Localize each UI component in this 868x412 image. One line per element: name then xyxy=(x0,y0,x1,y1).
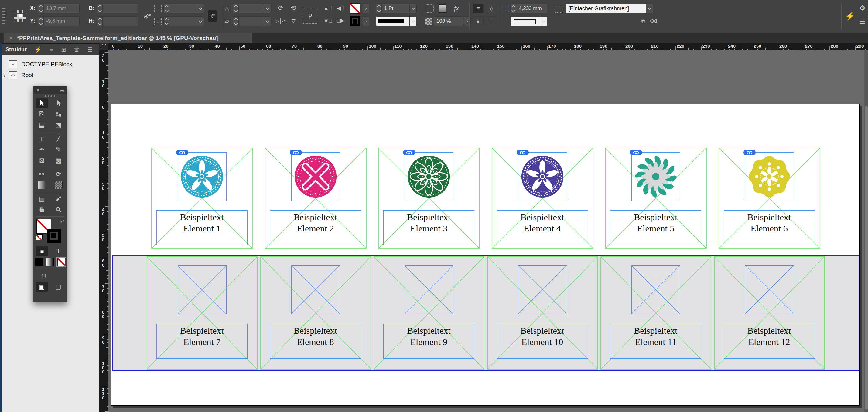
tools-collapse-icon[interactable]: «« xyxy=(60,88,64,93)
formatting-affects-container-button[interactable]: ▣ xyxy=(36,246,48,256)
flip-vertical-button[interactable]: ▽ xyxy=(288,16,298,26)
fill-color-swatch[interactable] xyxy=(350,16,360,26)
image-frame[interactable] xyxy=(745,152,794,201)
scissors-tool[interactable]: ✂ xyxy=(36,169,48,179)
shear-angle-field[interactable] xyxy=(232,16,271,26)
swap-fill-stroke-icon[interactable]: ⇄ xyxy=(60,218,64,224)
image-frame[interactable] xyxy=(518,152,567,201)
shear-dropdown[interactable] xyxy=(264,17,271,26)
pencil-tool[interactable]: ✎ xyxy=(53,145,65,154)
linked-content-badge[interactable] xyxy=(290,149,302,155)
pen-tool[interactable]: ✒ xyxy=(36,145,48,154)
reference-point-proxy[interactable] xyxy=(14,10,26,22)
tools-grip[interactable] xyxy=(33,94,67,98)
proxy-cell[interactable] xyxy=(14,18,18,22)
constrain-proportions-icon[interactable]: 🖇 xyxy=(142,10,153,23)
quick-apply-icon[interactable]: ⧉ xyxy=(639,18,647,25)
select-first-object-button[interactable]: ◀⌸ xyxy=(335,4,346,13)
stroke-weight-dropdown[interactable] xyxy=(409,4,416,13)
image-frame[interactable] xyxy=(405,152,454,201)
formatting-affects-text-button[interactable]: T xyxy=(53,246,65,256)
note-tool[interactable]: ▤ xyxy=(36,194,48,204)
rotate-ccw-button[interactable]: ⟲ xyxy=(288,4,298,13)
image-frame[interactable] xyxy=(291,152,340,201)
structure-menu-icon[interactable]: ☰ xyxy=(88,46,93,53)
content-collector-tool[interactable]: ⬓ xyxy=(36,120,48,130)
line-tool[interactable]: ╱ xyxy=(53,134,65,143)
gap-tool[interactable]: ↹ xyxy=(53,109,65,119)
text-frame[interactable]: BeispieltextElement 9 xyxy=(383,324,474,358)
select-last-object-button[interactable]: ⌸▶ xyxy=(335,16,346,26)
template-element-group[interactable]: BeispieltextElement 5 xyxy=(605,148,707,249)
image-frame[interactable] xyxy=(631,152,680,201)
effects-button[interactable]: fx xyxy=(451,4,462,13)
linked-content-badge[interactable] xyxy=(743,149,756,155)
corner-shape-arrow[interactable] xyxy=(540,17,547,26)
text-frame[interactable]: BeispieltextElement 8 xyxy=(270,324,361,358)
template-element-group[interactable]: BeispieltextElement 4 xyxy=(492,148,593,249)
flip-horizontal-button[interactable]: ▷│◁ xyxy=(276,16,285,26)
free-transform-tool[interactable]: ⟳ xyxy=(53,169,65,179)
height-field[interactable] xyxy=(97,16,138,26)
scale-y-dropdown[interactable] xyxy=(197,17,204,26)
proxy-cell[interactable] xyxy=(23,14,26,18)
text-frame[interactable]: BeispieltextElement 4 xyxy=(497,210,588,245)
tab-close-icon[interactable]: × xyxy=(9,35,13,42)
wrap-none-button[interactable]: ≣ xyxy=(472,4,484,13)
screen-mode-normal-button[interactable]: ▣ xyxy=(36,282,48,291)
text-frame[interactable]: BeispieltextElement 3 xyxy=(383,210,474,245)
stroke-style-arrow[interactable] xyxy=(409,17,416,26)
rotation-angle-field[interactable] xyxy=(232,4,271,13)
panel-grip[interactable] xyxy=(2,7,5,26)
content-placer-tool[interactable]: ⬔ xyxy=(53,120,65,130)
vertical-ruler[interactable]: 20100102030405060708090100110120 xyxy=(99,50,109,412)
structure-add-icon[interactable]: ⊞ xyxy=(61,46,66,53)
stroke-style-dropdown[interactable] xyxy=(376,16,417,26)
proxy-cell-center[interactable] xyxy=(18,14,22,18)
fill-color-flyout[interactable]: › xyxy=(363,16,369,26)
apply-none-button[interactable] xyxy=(57,258,65,266)
template-element-group[interactable]: BeispieltextElement 9 xyxy=(374,256,485,370)
select-container-button[interactable]: P xyxy=(303,9,317,24)
link-scale-button[interactable]: 🖇 xyxy=(208,10,217,22)
page-tool[interactable]: ⎘ xyxy=(36,109,48,119)
apply-gradient-button[interactable] xyxy=(46,258,54,266)
y-stepper[interactable] xyxy=(38,17,44,26)
template-element-group[interactable]: BeispieltextElement 10 xyxy=(487,256,598,370)
width-field[interactable] xyxy=(97,4,138,13)
settings-gear-icon[interactable]: ⚙ xyxy=(858,4,866,12)
tools-panel-titlebar[interactable]: × «« xyxy=(33,86,67,94)
template-element-group[interactable]: BeispieltextElement 7 xyxy=(147,256,257,370)
text-frame[interactable]: BeispieltextElement 11 xyxy=(610,324,701,358)
select-next-object-button[interactable]: ▼⌸ xyxy=(322,16,333,26)
type-tool[interactable]: T xyxy=(36,134,48,143)
linked-content-badge[interactable] xyxy=(176,149,188,155)
linked-content-badge[interactable] xyxy=(403,149,415,155)
object-style-arrow[interactable] xyxy=(646,4,653,13)
select-previous-object-button[interactable]: ▲⌸ xyxy=(322,4,333,13)
opacity-flyout[interactable]: › xyxy=(464,16,471,26)
structure-sync-icon[interactable]: ⚡ xyxy=(35,46,42,53)
template-element-group[interactable]: BeispieltextElement 12 xyxy=(714,256,825,370)
direct-selection-tool[interactable] xyxy=(53,98,65,108)
empty-image-frame[interactable] xyxy=(178,266,226,314)
wrap-jump-button[interactable]: ≖ xyxy=(486,16,497,26)
object-style-dropdown[interactable]: [Einfacher Grafikrahmen] xyxy=(565,4,653,13)
image-frame[interactable] xyxy=(178,152,226,201)
text-frame[interactable]: BeispieltextElement 2 xyxy=(270,210,361,245)
template-element-group[interactable]: BeispieltextElement 8 xyxy=(260,256,371,370)
y-position-field[interactable]: -9,6 mm xyxy=(38,16,80,26)
ruler-origin-box[interactable] xyxy=(99,43,109,50)
opacity-field[interactable]: 100 % xyxy=(434,16,463,26)
screen-mode-preview-button[interactable]: ▢ xyxy=(53,282,65,291)
template-element-group[interactable]: BeispieltextElement 3 xyxy=(378,148,480,249)
rotation-stepper[interactable] xyxy=(233,4,239,13)
shear-stepper[interactable] xyxy=(233,17,239,26)
stroke-color-swatch[interactable] xyxy=(350,3,360,14)
frame-tool[interactable]: ⊠ xyxy=(36,156,48,165)
wrap-object-shape-button[interactable]: 🌢 xyxy=(472,16,484,26)
text-frame[interactable]: BeispieltextElement 1 xyxy=(156,210,248,245)
linked-content-badge[interactable] xyxy=(517,149,529,155)
structure-tree-item[interactable]: ›<>Root xyxy=(0,70,99,81)
hand-tool[interactable] xyxy=(36,205,48,214)
